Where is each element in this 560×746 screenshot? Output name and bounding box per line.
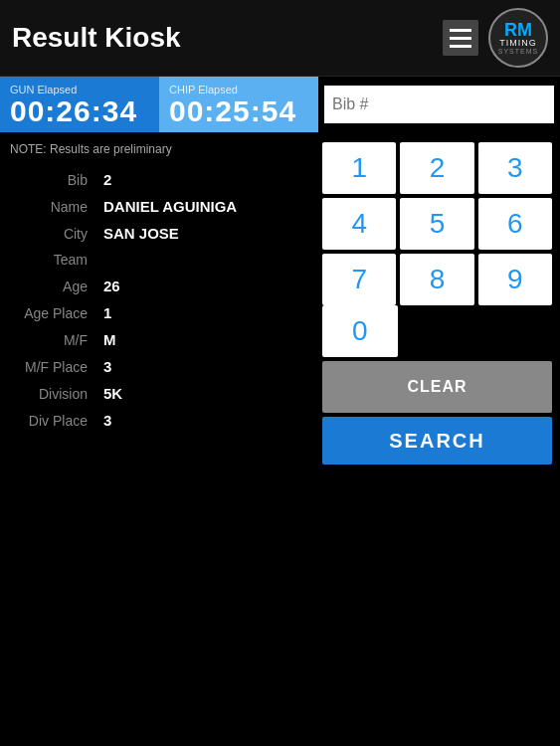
div-place-label: Div Place	[10, 407, 99, 434]
chip-label: CHIP Elapsed	[169, 84, 308, 95]
gun-value: 00:26:34	[10, 96, 149, 126]
city-value: SAN JOSE	[99, 220, 318, 247]
mf-value: M	[99, 326, 318, 353]
team-value	[99, 247, 318, 273]
chip-timer: CHIP Elapsed 00:25:54	[159, 77, 318, 132]
name-value: DANIEL AGUINIGA	[99, 193, 318, 220]
keypad-last-row: 0 CLEAR	[322, 305, 552, 413]
logo-circle: RM TIMING SYSTEMS	[488, 8, 548, 68]
key-0-button[interactable]: 0	[322, 305, 398, 357]
bib-row: Bib 2	[10, 166, 318, 193]
division-label: Division	[10, 380, 99, 407]
age-place-label: Age Place	[10, 299, 99, 326]
menu-icon-line	[450, 45, 471, 48]
team-row: Team	[10, 247, 318, 273]
mf-place-row: M/F Place 3	[10, 353, 318, 380]
logo-timing-text: TIMING	[499, 39, 537, 48]
chip-value: 00:25:54	[169, 96, 308, 126]
age-place-value: 1	[99, 299, 318, 326]
mf-label: M/F	[10, 326, 99, 353]
key-9-button[interactable]: 9	[478, 254, 552, 305]
main-content: NOTE: Results are preliminary Bib 2 Name…	[0, 132, 560, 474]
keypad-panel: 1 2 3 4 5 6 7 8 9 0 CLEAR SEARCH	[318, 138, 560, 468]
menu-button[interactable]	[443, 20, 478, 56]
age-label: Age	[10, 273, 99, 299]
app-title: Result Kiosk	[12, 22, 181, 54]
key-1-button[interactable]: 1	[322, 142, 396, 194]
gun-timer: GUN Elapsed 00:26:34	[0, 77, 159, 132]
key-7-button[interactable]: 7	[322, 254, 396, 305]
key-2-button[interactable]: 2	[400, 142, 473, 194]
name-row: Name DANIEL AGUINIGA	[10, 193, 318, 220]
age-value: 26	[99, 273, 318, 299]
mf-place-label: M/F Place	[10, 353, 99, 380]
division-value: 5K	[99, 380, 318, 407]
age-row: Age 26	[10, 273, 318, 299]
key-4-button[interactable]: 4	[322, 198, 396, 250]
key-8-button[interactable]: 8	[400, 254, 473, 305]
logo-rm-text: RM	[504, 21, 532, 39]
mf-place-value: 3	[99, 353, 318, 380]
city-label: City	[10, 220, 99, 247]
search-button[interactable]: SEARCH	[322, 417, 552, 465]
header-right: RM TIMING SYSTEMS	[443, 8, 548, 68]
app-header: Result Kiosk RM TIMING SYSTEMS	[0, 0, 560, 77]
age-place-row: Age Place 1	[10, 299, 318, 326]
timers-row: GUN Elapsed 00:26:34 CHIP Elapsed 00:25:…	[0, 77, 560, 132]
bib-value: 2	[99, 166, 318, 193]
result-panel: NOTE: Results are preliminary Bib 2 Name…	[0, 138, 318, 468]
bib-input[interactable]	[324, 86, 554, 123]
gun-label: GUN Elapsed	[10, 84, 149, 95]
key-3-button[interactable]: 3	[478, 142, 552, 194]
div-place-row: Div Place 3	[10, 407, 318, 434]
bib-label: Bib	[10, 166, 99, 193]
div-place-value: 3	[99, 407, 318, 434]
division-row: Division 5K	[10, 380, 318, 407]
menu-icon-line	[450, 29, 471, 32]
keypad: 1 2 3 4 5 6 7 8 9	[322, 142, 552, 305]
bib-input-area	[318, 77, 560, 132]
preliminary-note: NOTE: Results are preliminary	[10, 142, 318, 156]
city-row: City SAN JOSE	[10, 220, 318, 247]
key-5-button[interactable]: 5	[400, 198, 473, 250]
result-table: Bib 2 Name DANIEL AGUINIGA City SAN JOSE…	[10, 166, 318, 434]
team-label: Team	[10, 247, 99, 273]
logo: RM TIMING SYSTEMS	[488, 8, 548, 68]
key-6-button[interactable]: 6	[478, 198, 552, 250]
clear-button[interactable]: CLEAR	[322, 361, 552, 413]
mf-row: M/F M	[10, 326, 318, 353]
name-label: Name	[10, 193, 99, 220]
menu-icon-line	[450, 37, 471, 40]
logo-systems-text: SYSTEMS	[498, 48, 538, 55]
